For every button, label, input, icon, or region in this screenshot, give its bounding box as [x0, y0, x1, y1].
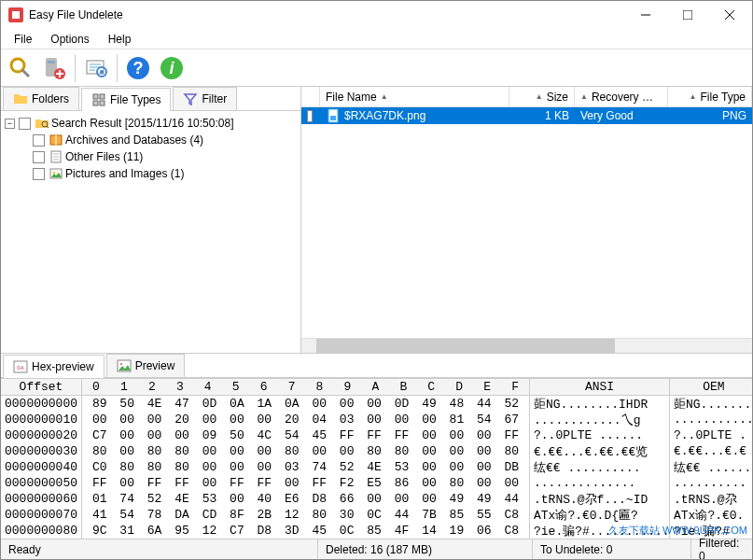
- hex-byte-row[interactable]: 00000020000000200403000000815467: [82, 412, 529, 427]
- hex-tabstrip: 0A Hex-preview Preview: [1, 354, 752, 378]
- file-icon: [326, 108, 341, 123]
- cell-recovery: Very Good: [580, 109, 634, 122]
- hex-ansi-cell: ?ie.骗?#............: [530, 523, 669, 539]
- checkbox[interactable]: [19, 118, 31, 130]
- status-ready: Ready: [1, 539, 318, 559]
- hex-oem-cell: .tRNS.@尕: [670, 491, 752, 507]
- hex-header-bytes[interactable]: 0123456789ABCDEF: [82, 379, 529, 396]
- hex-offset-cell: 0000000040: [1, 459, 81, 475]
- hex-byte-row[interactable]: 89504E470D0A1A0A0000000D49484452: [82, 396, 529, 412]
- hex-byte-row[interactable]: C700000009504C5445FFFFFF000000FF: [82, 427, 529, 443]
- recover-button[interactable]: [38, 52, 70, 84]
- hex-byte-row[interactable]: 80008080000000800000808000000080: [82, 443, 529, 459]
- filter-icon: [183, 91, 198, 106]
- hex-section: 0A Hex-preview Preview Offset 0000000000…: [1, 353, 752, 539]
- hex-offset-cell: 0000000000: [1, 396, 81, 412]
- column-filename[interactable]: File Name▲: [320, 87, 509, 106]
- hex-offset-cell: 0000000080: [1, 523, 81, 539]
- hex-header-offset[interactable]: Offset: [1, 379, 81, 396]
- maximize-button[interactable]: [666, 2, 708, 28]
- search-button[interactable]: [5, 52, 36, 84]
- menu-help[interactable]: Help: [99, 31, 141, 48]
- tree-node-pictures[interactable]: Pictures and Images (1): [33, 165, 297, 182]
- cell-size: 1 KB: [545, 109, 569, 122]
- hex-byte-row[interactable]: FF00FFFF00FFFF00FFF2E58600800000: [82, 475, 529, 491]
- tab-label: File Types: [110, 93, 160, 106]
- column-size[interactable]: ▲Size: [509, 87, 575, 106]
- file-list[interactable]: $RXAG7DK.png 1 KB Very Good PNG: [301, 107, 752, 338]
- menu-file[interactable]: File: [5, 31, 41, 48]
- column-filetype[interactable]: ▲File Type: [668, 87, 752, 106]
- tree-root[interactable]: − Search Result [2015/11/16 10:50:08]: [5, 115, 297, 132]
- tree-label: Pictures and Images (1): [65, 167, 184, 180]
- sort-asc-icon: ▲: [381, 92, 388, 101]
- hex-byte-row[interactable]: 0174524E530040E6D866000000494944: [82, 491, 529, 507]
- toolbar: ? i: [1, 49, 752, 87]
- hex-byte-row[interactable]: C08080800000000374524E53000000DB: [82, 459, 529, 475]
- settings-button[interactable]: [80, 52, 112, 84]
- tab-label: Preview: [135, 359, 175, 372]
- menu-options[interactable]: Options: [41, 31, 98, 48]
- left-tabstrip: Folders File Types Filter: [1, 87, 300, 111]
- tree-label: Archives and Databases (4): [65, 133, 203, 147]
- tree-node-archives[interactable]: Archives and Databases (4): [33, 132, 297, 148]
- filetypes-icon: [91, 92, 106, 107]
- collapse-toggle[interactable]: −: [5, 119, 15, 129]
- checkbox[interactable]: [33, 168, 45, 180]
- cell-type: PNG: [722, 109, 746, 122]
- close-button[interactable]: [708, 2, 750, 28]
- help-button[interactable]: ?: [122, 52, 154, 84]
- status-bar: Ready Deleted: 16 (187 MB) To Undelete: …: [1, 539, 752, 559]
- scrollbar-thumb[interactable]: [316, 339, 615, 353]
- horizontal-scrollbar[interactable]: [301, 338, 752, 353]
- hex-header-ansi[interactable]: ANSI: [530, 379, 669, 396]
- info-button[interactable]: i: [156, 52, 188, 84]
- svg-rect-35: [330, 116, 336, 120]
- tab-filetypes[interactable]: File Types: [81, 88, 171, 111]
- minimize-button[interactable]: [624, 2, 666, 28]
- hex-offset-cell: 0000000010: [1, 412, 81, 427]
- sort-asc-icon: ▲: [536, 92, 543, 101]
- column-checkbox[interactable]: [301, 87, 320, 106]
- right-panel: File Name▲ ▲Size ▲Recovery … ▲File Type …: [301, 87, 752, 353]
- hex-header-oem[interactable]: OEM: [670, 379, 752, 396]
- tree-view[interactable]: − Search Result [2015/11/16 10:50:08] Ar…: [1, 111, 300, 353]
- hex-oem-cell: 纮€€ ......: [670, 459, 752, 475]
- hex-grid[interactable]: Offset 000000000000000000100000000020000…: [1, 378, 752, 539]
- svg-point-6: [11, 59, 24, 72]
- svg-text:0A: 0A: [17, 365, 23, 371]
- hex-oem-cell: ?..0PLTE .: [670, 427, 752, 443]
- tab-hexpreview[interactable]: 0A Hex-preview: [3, 355, 105, 378]
- toolbar-separator: [117, 54, 118, 82]
- svg-rect-1: [12, 11, 20, 19]
- window-title: Easy File Undelete: [29, 8, 624, 21]
- hex-byte-row[interactable]: 415478DACD8F2B1280300C447B8555C8: [82, 507, 529, 523]
- hex-ansi-cell: 壾NG........IHDR: [530, 396, 669, 412]
- hex-oem-cell: ...........: [670, 412, 752, 427]
- tree-node-other[interactable]: Other Files (11): [33, 148, 297, 165]
- hex-ansi-cell: ............乀g: [530, 412, 669, 427]
- tab-filter[interactable]: Filter: [173, 87, 237, 110]
- hex-ansi-cell: .tRNS.@尕f...~ID: [530, 491, 669, 507]
- hex-column-bytes: 0123456789ABCDEF 89504E470D0A1A0A0000000…: [82, 379, 530, 539]
- hex-column-ansi: ANSI 壾NG........IHDR............乀g?..0PL…: [530, 379, 670, 539]
- tab-folders[interactable]: Folders: [3, 87, 79, 110]
- checkbox[interactable]: [33, 134, 45, 147]
- tab-preview[interactable]: Preview: [106, 354, 186, 377]
- pictures-icon: [49, 166, 63, 181]
- hex-icon: 0A: [13, 359, 28, 374]
- checkbox[interactable]: [33, 151, 45, 163]
- hex-column-oem: OEM 壾NG..................?..0PLTE .€.€€.…: [670, 379, 752, 539]
- hex-offset-cell: 0000000030: [1, 443, 81, 459]
- search-result-icon: [35, 116, 49, 131]
- app-icon: [8, 7, 23, 22]
- svg-point-15: [100, 70, 104, 74]
- svg-rect-9: [48, 61, 55, 63]
- hex-byte-row[interactable]: 9C316A9512C7D83D450C854F141906C8: [82, 523, 529, 539]
- list-row[interactable]: $RXAG7DK.png 1 KB Very Good PNG: [301, 107, 752, 124]
- svg-line-7: [22, 70, 29, 77]
- status-filtered: Filtered: 0: [691, 539, 752, 559]
- status-deleted: Deleted: 16 (187 MB): [318, 539, 533, 559]
- checkbox[interactable]: [307, 110, 313, 122]
- column-recovery[interactable]: ▲Recovery …: [575, 87, 668, 106]
